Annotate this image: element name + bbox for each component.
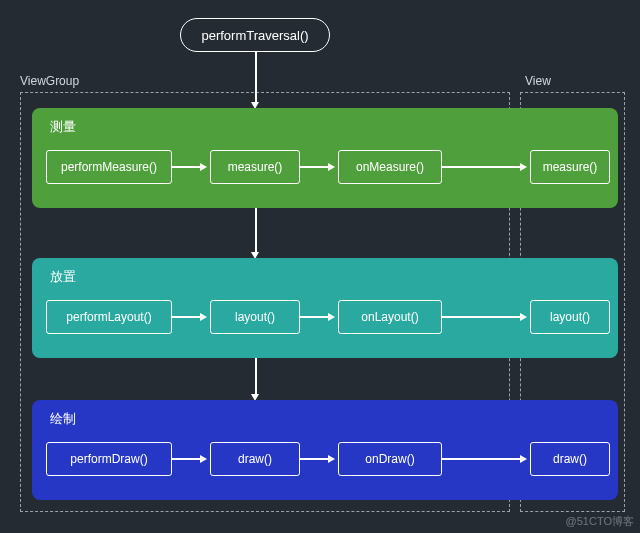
watermark: @51CTO博客 — [566, 514, 634, 529]
node-on-layout: onLayout() — [338, 300, 442, 334]
node-perform-measure: performMeasure() — [46, 150, 172, 184]
arrow-m1-h — [200, 163, 207, 171]
arrow-m2-h — [328, 163, 335, 171]
node-on-measure: onMeasure() — [338, 150, 442, 184]
arrow-top-down — [255, 52, 257, 104]
node-vg-draw: draw() — [210, 442, 300, 476]
arrow-m2 — [300, 166, 330, 168]
section-title-measure: 测量 — [50, 118, 76, 136]
arrow-d3 — [442, 458, 522, 460]
arrow-m3-h — [520, 163, 527, 171]
arrow-l1-h — [200, 313, 207, 321]
label-view: View — [525, 74, 551, 88]
arrow-layout-to-draw — [255, 358, 257, 396]
arrow-d1 — [172, 458, 202, 460]
arrow-l3-h — [520, 313, 527, 321]
arrow-m1 — [172, 166, 202, 168]
node-perform-draw: performDraw() — [46, 442, 172, 476]
section-title-draw: 绘制 — [50, 410, 76, 428]
arrow-d3-h — [520, 455, 527, 463]
arrow-measure-to-layout — [255, 208, 257, 254]
diagram-stage: performTraversal() ViewGroup View 测量 per… — [0, 0, 640, 533]
arrow-d2-h — [328, 455, 335, 463]
node-on-draw: onDraw() — [338, 442, 442, 476]
node-v-measure: measure() — [530, 150, 610, 184]
node-v-layout: layout() — [530, 300, 610, 334]
node-perform-traversal: performTraversal() — [180, 18, 330, 52]
label-viewgroup: ViewGroup — [20, 74, 79, 88]
node-vg-measure: measure() — [210, 150, 300, 184]
arrow-d1-h — [200, 455, 207, 463]
arrow-d2 — [300, 458, 330, 460]
node-perform-layout: performLayout() — [46, 300, 172, 334]
arrow-l1 — [172, 316, 202, 318]
arrow-l2-h — [328, 313, 335, 321]
arrow-l3 — [442, 316, 522, 318]
section-title-layout: 放置 — [50, 268, 76, 286]
arrow-m3 — [442, 166, 522, 168]
node-v-draw: draw() — [530, 442, 610, 476]
node-vg-layout: layout() — [210, 300, 300, 334]
arrow-l2 — [300, 316, 330, 318]
